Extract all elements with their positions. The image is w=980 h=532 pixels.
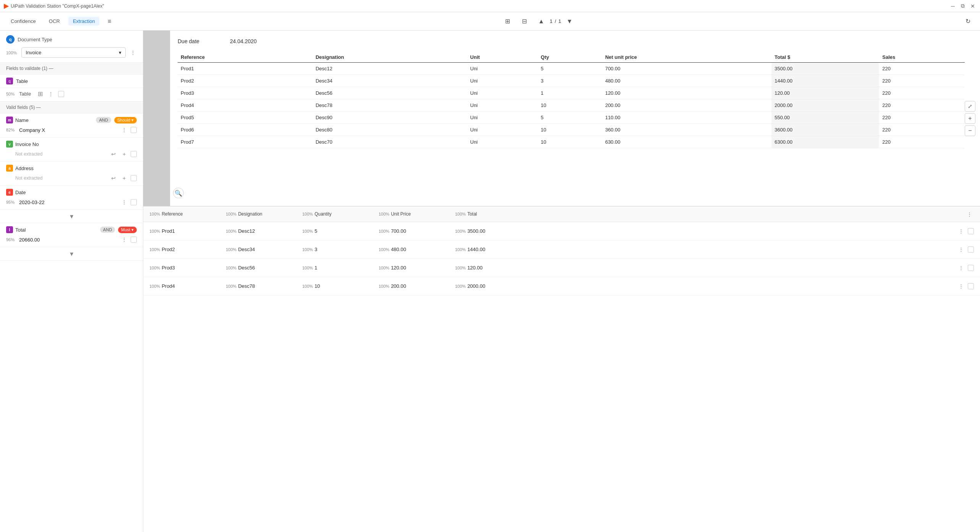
field-invoice-icon: v xyxy=(6,141,13,148)
field-date-item: e Date 95% 2020-03-22 ⋮ xyxy=(0,186,143,210)
filter-btn[interactable]: ≡ xyxy=(103,15,115,28)
field-invoice-undo-btn[interactable]: ↩ xyxy=(109,150,118,158)
table-field-item: q Table xyxy=(0,75,143,88)
field-total-must-tag[interactable]: Must ▾ xyxy=(118,227,137,233)
doc-cell-ref: Prod4 xyxy=(178,99,313,112)
zoom-in-btn[interactable]: + xyxy=(965,113,975,124)
row-checkbox[interactable] xyxy=(968,265,974,271)
row-total-conf: 100% xyxy=(455,229,466,234)
data-rows-container: 100% Prod1 100% Desc12 100% 5 100% 700.0… xyxy=(143,222,980,295)
titlebar-controls[interactable]: ─ ⧉ ✕ xyxy=(949,3,976,10)
magnifier-btn[interactable]: 🔍 xyxy=(173,188,184,198)
field-name-checkbox[interactable] xyxy=(131,127,137,133)
doc-cell-sales: 220 xyxy=(879,136,965,148)
row-menu-btn[interactable]: ⋮ xyxy=(956,282,965,291)
table-field-checkbox[interactable] xyxy=(58,91,64,97)
doc-table-row: Prod4 Desc78 Uni 10 200.00 2000.00 220 xyxy=(178,99,965,112)
view-btn[interactable]: ⊟ xyxy=(518,15,531,28)
field-invoice-add-btn[interactable]: + xyxy=(120,150,128,158)
doc-cell-unit: Uni xyxy=(467,136,538,148)
row-desc-val: Desc56 xyxy=(238,265,255,271)
restore-btn[interactable]: ⧉ xyxy=(959,3,966,10)
table-field-type: Table xyxy=(19,91,31,97)
field-name-should-tag[interactable]: Should ▾ xyxy=(114,117,137,123)
doc-col-designation: Designation xyxy=(313,52,467,63)
refresh-btn[interactable]: ↻ xyxy=(962,15,974,28)
row-desc-val: Desc34 xyxy=(238,247,255,252)
table-grid-btn[interactable]: ⊞ xyxy=(37,89,44,98)
table-header-menu-btn[interactable]: ⋮ xyxy=(965,209,974,219)
doc-cell-desc: Desc78 xyxy=(313,99,467,112)
field-date-checkbox[interactable] xyxy=(131,199,137,205)
doc-type-menu-btn[interactable]: ⋮ xyxy=(129,49,137,57)
field-address-label: Address xyxy=(15,165,137,171)
field-total-menu-btn[interactable]: ⋮ xyxy=(120,235,128,244)
field-date-menu-btn[interactable]: ⋮ xyxy=(120,198,128,206)
row-menu-btn[interactable]: ⋮ xyxy=(956,227,965,236)
field-date-actions: ⋮ xyxy=(120,198,137,206)
doc-cell-net: 120.00 xyxy=(602,87,771,99)
page-current: 1 xyxy=(550,18,552,24)
row-ref-val: Prod1 xyxy=(162,228,175,234)
field-date-header: e Date xyxy=(6,189,137,196)
row-checkbox[interactable] xyxy=(968,283,974,289)
total-field-expand[interactable]: ▾ xyxy=(0,247,143,261)
doc-cell-unit: Uni xyxy=(467,63,538,75)
doc-cell-desc: Desc34 xyxy=(313,75,467,87)
row-ref-conf: 100% xyxy=(149,247,160,252)
due-date-section: Due date 24.04.2020 xyxy=(178,38,965,44)
doc-type-confidence: 100% xyxy=(6,50,17,55)
field-name-actions: ⋮ xyxy=(120,126,137,134)
doc-cell-sales: 220 xyxy=(879,99,965,112)
date-field-expand[interactable]: ▾ xyxy=(0,210,143,223)
row-menu-btn[interactable]: ⋮ xyxy=(956,245,965,254)
doc-type-select[interactable]: Invoice ▾ xyxy=(21,47,126,58)
table-menu-btn[interactable]: ⋮ xyxy=(47,90,55,98)
doc-cell-desc: Desc56 xyxy=(313,87,467,99)
minimize-btn[interactable]: ─ xyxy=(949,3,956,10)
next-page-btn[interactable]: ▼ xyxy=(564,15,576,28)
row-total-val: 1440.00 xyxy=(467,247,485,252)
doc-cell-total: 2000.00 xyxy=(771,99,879,112)
row-menu-btn[interactable]: ⋮ xyxy=(956,263,965,272)
doc-cell-qty: 5 xyxy=(538,112,602,124)
field-total-checkbox[interactable] xyxy=(131,237,137,243)
page-navigation: ▲ 1 / 1 ▼ xyxy=(535,15,576,28)
row-qty-val: 3 xyxy=(314,247,317,252)
row-checkbox[interactable] xyxy=(968,247,974,253)
table-row: 100% Prod4 100% Desc78 100% 10 100% 200.… xyxy=(143,277,980,295)
field-name-icon: m xyxy=(6,117,13,123)
row-total-val: 2000.00 xyxy=(467,283,485,289)
page-separator: / xyxy=(555,18,556,24)
field-invoice-header: v Invoice No xyxy=(6,141,137,148)
field-address-item: a Address Not extracted ↩ + xyxy=(0,162,143,186)
row-checkbox[interactable] xyxy=(968,228,974,234)
field-total-confidence: 96% xyxy=(6,237,15,242)
tab-extraction[interactable]: Extraction xyxy=(68,17,100,26)
field-name-menu-btn[interactable]: ⋮ xyxy=(120,126,128,134)
field-address-undo-btn[interactable]: ↩ xyxy=(109,174,118,182)
layout-btn[interactable]: ⊞ xyxy=(502,15,514,28)
doc-cell-unit: Uni xyxy=(467,99,538,112)
doc-table-row: Prod3 Desc56 Uni 1 120.00 120.00 220 xyxy=(178,87,965,99)
zoom-out-btn[interactable]: − xyxy=(965,125,975,136)
doc-col-unit: Unit xyxy=(467,52,538,63)
doc-type-label: Document Type xyxy=(18,37,52,42)
doc-cell-unit: Uni xyxy=(467,112,538,124)
doc-cell-ref: Prod1 xyxy=(178,63,313,75)
field-address-icon: a xyxy=(6,165,13,172)
field-invoice-checkbox[interactable] xyxy=(131,151,137,157)
doc-cell-total: 120.00 xyxy=(771,87,879,99)
col-conf-total: 100% xyxy=(455,212,466,216)
row-unit-val: 480.00 xyxy=(391,247,406,252)
zoom-fit-btn[interactable]: ⤢ xyxy=(965,101,975,112)
field-address-checkbox[interactable] xyxy=(131,175,137,181)
field-address-add-btn[interactable]: + xyxy=(120,174,128,182)
row-ref-conf: 100% xyxy=(149,229,160,234)
prev-page-btn[interactable]: ▲ xyxy=(535,15,548,28)
close-btn[interactable]: ✕ xyxy=(969,3,976,10)
tab-ocr[interactable]: OCR xyxy=(44,17,65,26)
field-address-value: Not extracted xyxy=(15,175,42,181)
tab-confidence[interactable]: Confidence xyxy=(6,17,40,26)
row-ref-val: Prod4 xyxy=(162,283,175,289)
